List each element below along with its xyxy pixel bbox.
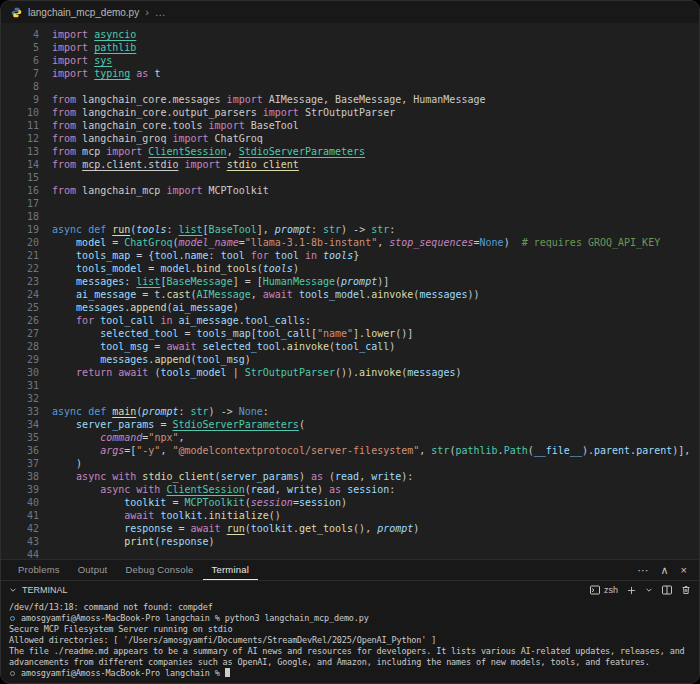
code-line[interactable]: 20 model = ChatGroq(model_name="llama-3.…	[1, 236, 699, 249]
code-line[interactable]: 43 print(response)	[1, 535, 699, 548]
code-line[interactable]: 10from langchain_core.output_parsers imp…	[1, 106, 699, 119]
line-number: 12	[1, 132, 52, 145]
code-line[interactable]: 32	[1, 392, 699, 405]
code-editor[interactable]: 4import asyncio5import pathlib6import sy…	[1, 23, 699, 559]
maximize-panel-icon[interactable]: ∧	[661, 565, 669, 576]
line-number: 5	[1, 41, 52, 54]
code-text: command="npx",	[52, 431, 185, 444]
code-line[interactable]: 19async def run(tools: list[BaseTool], p…	[1, 223, 699, 236]
line-number: 14	[1, 158, 52, 171]
line-number: 39	[1, 483, 52, 496]
code-line[interactable]: 26 for tool_call in ai_message.tool_call…	[1, 314, 699, 327]
line-number: 22	[1, 262, 52, 275]
breadcrumb-more[interactable]: …	[155, 7, 166, 18]
code-text: args=["-y", "@modelcontextprotocol/serve…	[52, 444, 690, 457]
code-line[interactable]: 42 response = await run(toolkit.get_tool…	[1, 522, 699, 535]
code-line[interactable]: 33async def main(prompt: str) -> None:	[1, 405, 699, 418]
command-decoration-icon[interactable]	[10, 671, 15, 676]
code-line[interactable]: 38 async with stdio_client(server_params…	[1, 470, 699, 483]
chevron-down-icon[interactable]	[9, 586, 17, 594]
kill-terminal-icon[interactable]	[681, 585, 691, 595]
code-text: for tool_call in ai_message.tool_calls:	[52, 314, 311, 327]
code-line[interactable]: 37 )	[1, 457, 699, 470]
code-line[interactable]: 39 async with ClientSession(read, write)…	[1, 483, 699, 496]
breadcrumb-filename[interactable]: langchain_mcp_demo.py	[28, 7, 139, 18]
line-number: 24	[1, 288, 52, 301]
code-line[interactable]: 25 messages.append(ai_message)	[1, 301, 699, 314]
code-line[interactable]: 35 command="npx",	[1, 431, 699, 444]
line-number: 19	[1, 223, 52, 236]
panel-tab-debug-console[interactable]: Debug Console	[116, 560, 202, 580]
line-number: 27	[1, 327, 52, 340]
code-line[interactable]: 22 tools_model = model.bind_tools(tools)	[1, 262, 699, 275]
code-line[interactable]: 13from mcp import ClientSession, StdioSe…	[1, 145, 699, 158]
code-line[interactable]: 14from mcp.client.stdio import stdio_cli…	[1, 158, 699, 171]
panel-tabs: ProblemsOutputDebug ConsoleTerminal	[9, 560, 258, 580]
terminal-text: /dev/fd/13:18: command not found: compde…	[9, 602, 213, 612]
line-number: 38	[1, 470, 52, 483]
terminal-text: Allowed directories: [ '/Users/amosgyamf…	[9, 635, 436, 645]
line-number: 37	[1, 457, 52, 470]
code-line[interactable]: 18	[1, 210, 699, 223]
launch-profile-chevron-icon[interactable]	[645, 586, 653, 594]
shell-selector[interactable]: zsh	[590, 585, 618, 595]
code-line[interactable]: 30 return await (tools_model | StrOutput…	[1, 366, 699, 379]
chevron-right-icon: ›	[145, 7, 149, 18]
panel-tab-output[interactable]: Output	[69, 560, 117, 580]
code-line[interactable]: 44	[1, 548, 699, 559]
code-text: ai_message = t.cast(AIMessage, await too…	[52, 288, 480, 301]
code-text: from langchain_mcp import MCPToolkit	[52, 184, 269, 197]
code-line[interactable]: 23 messages: list[BaseMessage] = [HumanM…	[1, 275, 699, 288]
code-text: model = ChatGroq(model_name="llama-3.1-8…	[52, 236, 660, 249]
code-text: tools_map = {tool.name: tool for tool in…	[52, 249, 359, 262]
code-line[interactable]: 16from langchain_mcp import MCPToolkit	[1, 184, 699, 197]
code-line[interactable]: 29 messages.append(tool_msg)	[1, 353, 699, 366]
code-line[interactable]: 6import sys	[1, 54, 699, 67]
panel-tab-terminal[interactable]: Terminal	[203, 560, 259, 580]
terminal-line: amosgyamfi@Amoss-MacBook-Pro langchain %…	[9, 613, 691, 624]
code-text: from langchain_core.messages import AIMe…	[52, 93, 486, 106]
line-number: 43	[1, 535, 52, 548]
code-line[interactable]: 27 selected_tool = tools_map[tool_call["…	[1, 327, 699, 340]
code-line[interactable]: 40 toolkit = MCPToolkit(session=session)	[1, 496, 699, 509]
code-line[interactable]: 8	[1, 80, 699, 93]
code-line[interactable]: 41 await toolkit.initialize()	[1, 509, 699, 522]
new-terminal-icon[interactable]	[627, 586, 636, 595]
code-line[interactable]: 9from langchain_core.messages import AIM…	[1, 93, 699, 106]
more-actions-icon[interactable]: ⋯	[638, 565, 649, 576]
code-text: import asyncio	[52, 28, 136, 41]
terminal-text: amosgyamfi@Amoss-MacBook-Pro langchain %	[21, 668, 225, 678]
terminal-header: TERMINAL zsh	[1, 581, 699, 599]
panel-tab-problems[interactable]: Problems	[9, 560, 69, 580]
terminal-cursor	[225, 668, 230, 677]
breadcrumb[interactable]: langchain_mcp_demo.py › …	[1, 1, 699, 23]
line-number: 33	[1, 405, 52, 418]
line-number: 4	[1, 28, 52, 41]
code-line[interactable]: 5import pathlib	[1, 41, 699, 54]
terminal-content-area[interactable]: /dev/fd/13:18: command not found: compde…	[1, 599, 699, 683]
line-number: 35	[1, 431, 52, 444]
code-text: response = await run(toolkit.get_tools()…	[52, 522, 419, 535]
bottom-panel: ProblemsOutputDebug ConsoleTerminal ⋯ ∧ …	[1, 559, 699, 683]
terminal-text: amosgyamfi@Amoss-MacBook-Pro langchain %…	[21, 613, 369, 623]
code-line[interactable]: 34 server_params = StdioServerParameters…	[1, 418, 699, 431]
shell-name[interactable]: zsh	[604, 585, 618, 595]
code-line[interactable]: 31	[1, 379, 699, 392]
code-line[interactable]: 24 ai_message = t.cast(AIMessage, await …	[1, 288, 699, 301]
code-line[interactable]: 11from langchain_core.tools import BaseT…	[1, 119, 699, 132]
terminal-content: /dev/fd/13:18: command not found: compde…	[9, 602, 691, 679]
code-line[interactable]: 7import typing as t	[1, 67, 699, 80]
command-decoration-icon[interactable]	[10, 616, 15, 621]
code-line[interactable]: 12from langchain_groq import ChatGroq	[1, 132, 699, 145]
code-line[interactable]: 36 args=["-y", "@modelcontextprotocol/se…	[1, 444, 699, 457]
code-area: 4import asyncio5import pathlib6import sy…	[1, 28, 699, 559]
split-terminal-icon[interactable]	[662, 585, 672, 595]
terminal-text: Secure MCP Filesystem Server running on …	[9, 624, 233, 634]
code-line[interactable]: 21 tools_map = {tool.name: tool for tool…	[1, 249, 699, 262]
close-panel-icon[interactable]: ×	[681, 565, 687, 576]
code-text: selected_tool = tools_map[tool_call["nam…	[52, 327, 413, 340]
code-line[interactable]: 4import asyncio	[1, 28, 699, 41]
code-line[interactable]: 17	[1, 197, 699, 210]
code-line[interactable]: 28 tool_msg = await selected_tool.ainvok…	[1, 340, 699, 353]
code-line[interactable]: 15	[1, 171, 699, 184]
